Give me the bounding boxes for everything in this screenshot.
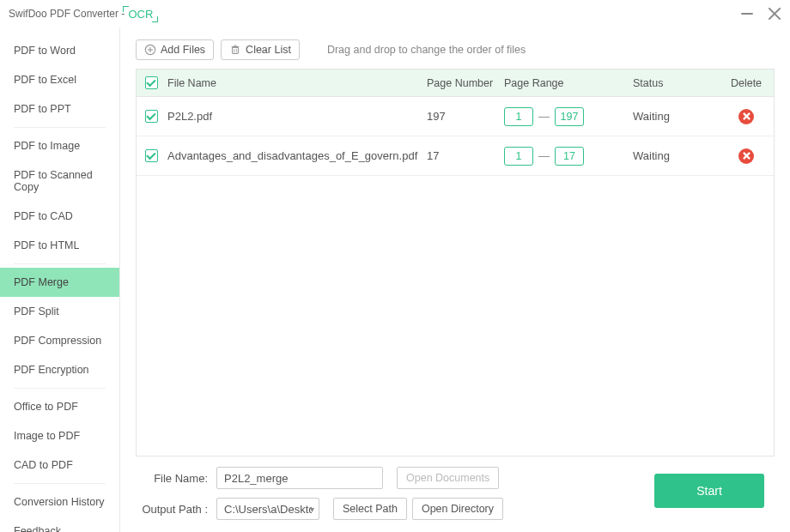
output-path-input[interactable] bbox=[216, 498, 319, 520]
drag-hint: Drag and drop to change the order of fil… bbox=[327, 44, 526, 56]
sidebar-separator bbox=[14, 127, 106, 128]
sidebar-item-image-to-pdf[interactable]: Image to PDF bbox=[0, 421, 119, 450]
select-all-checkbox[interactable] bbox=[145, 76, 158, 89]
main-panel: Add Files Clear List Drag and drop to ch… bbox=[120, 27, 790, 532]
range-to-input[interactable] bbox=[555, 147, 584, 166]
add-files-label: Add Files bbox=[161, 44, 205, 56]
window-controls bbox=[740, 7, 781, 21]
open-directory-button[interactable]: Open Directory bbox=[412, 498, 503, 520]
sidebar-item-pdf-to-ppt[interactable]: PDF to PPT bbox=[0, 94, 119, 124]
range-dash: — bbox=[538, 149, 550, 162]
header-page-number[interactable]: Page Number bbox=[427, 77, 504, 89]
status-cell: Waiting bbox=[633, 110, 719, 123]
file-name-input[interactable] bbox=[216, 467, 383, 489]
sidebar-item-pdf-split[interactable]: PDF Split bbox=[0, 297, 119, 326]
open-documents-button[interactable]: Open Documents bbox=[397, 467, 499, 489]
close-button[interactable] bbox=[768, 7, 781, 21]
range-from-input[interactable] bbox=[504, 107, 533, 126]
sidebar-item-conversion-history[interactable]: Conversion History bbox=[0, 487, 119, 517]
output-path-label: Output Path : bbox=[136, 503, 208, 516]
table-row[interactable]: Advantages_and_disadvantages_of_E_govern… bbox=[137, 136, 774, 176]
page-number-cell: 17 bbox=[427, 149, 504, 162]
sidebar-item-office-to-pdf[interactable]: Office to PDF bbox=[0, 392, 119, 421]
start-button[interactable]: Start bbox=[654, 474, 764, 508]
toolbar: Add Files Clear List Drag and drop to ch… bbox=[136, 39, 775, 60]
page-number-cell: 197 bbox=[427, 110, 504, 123]
svg-rect-6 bbox=[233, 47, 239, 53]
sidebar-item-pdf-encryption[interactable]: PDF Encryption bbox=[0, 355, 119, 384]
plus-circle-icon bbox=[144, 44, 156, 56]
header-file-name[interactable]: File Name bbox=[166, 77, 427, 89]
sidebar-item-cad-to-pdf[interactable]: CAD to PDF bbox=[0, 450, 119, 480]
sidebar-item-pdf-merge[interactable]: PDF Merge bbox=[0, 268, 119, 297]
trash-icon bbox=[229, 44, 241, 56]
file-name-label: File Name: bbox=[136, 472, 208, 485]
header-page-range: Page Range bbox=[504, 77, 633, 89]
row-checkbox[interactable] bbox=[145, 110, 158, 123]
table-row[interactable]: P2L2.pdf197—Waiting bbox=[137, 97, 774, 136]
status-cell: Waiting bbox=[633, 149, 719, 162]
sidebar-item-pdf-to-image[interactable]: PDF to Image bbox=[0, 131, 119, 160]
sidebar-separator bbox=[14, 263, 106, 264]
range-from-input[interactable] bbox=[504, 147, 533, 166]
header-delete: Delete bbox=[719, 77, 774, 89]
sidebar-item-pdf-to-html[interactable]: PDF to HTML bbox=[0, 231, 119, 260]
row-checkbox[interactable] bbox=[145, 149, 158, 162]
select-path-button[interactable]: Select Path bbox=[333, 498, 407, 520]
minimize-button[interactable] bbox=[740, 7, 754, 21]
sidebar-item-feedback[interactable]: Feedback bbox=[0, 517, 119, 532]
sidebar-item-pdf-to-scanned-copy[interactable]: PDF to Scanned Copy bbox=[0, 160, 119, 202]
header-status: Status bbox=[633, 77, 719, 89]
sidebar: PDF to WordPDF to ExcelPDF to PPTPDF to … bbox=[0, 27, 120, 532]
file-table: File Name Page Number Page Range Status … bbox=[136, 69, 775, 456]
table-header: File Name Page Number Page Range Status … bbox=[137, 70, 774, 97]
page-range-cell: — bbox=[504, 107, 633, 126]
sidebar-item-pdf-to-cad[interactable]: PDF to CAD bbox=[0, 202, 119, 231]
app-title: SwifDoo PDF Converter - bbox=[9, 8, 125, 20]
sidebar-item-pdf-compression[interactable]: PDF Compression bbox=[0, 326, 119, 355]
clear-list-button[interactable]: Clear List bbox=[221, 39, 300, 60]
ocr-badge[interactable]: OCR bbox=[126, 8, 155, 21]
add-files-button[interactable]: Add Files bbox=[136, 39, 214, 60]
file-name-cell: P2L2.pdf bbox=[166, 110, 427, 123]
sidebar-item-pdf-to-word[interactable]: PDF to Word bbox=[0, 36, 119, 65]
page-range-cell: — bbox=[504, 147, 633, 166]
file-name-cell: Advantages_and_disadvantages_of_E_govern… bbox=[166, 149, 427, 162]
clear-list-label: Clear List bbox=[246, 44, 291, 56]
sidebar-separator bbox=[14, 388, 106, 389]
titlebar: SwifDoo PDF Converter - OCR bbox=[0, 0, 790, 27]
delete-row-button[interactable] bbox=[738, 148, 754, 164]
range-dash: — bbox=[538, 110, 550, 123]
sidebar-item-pdf-to-excel[interactable]: PDF to Excel bbox=[0, 65, 119, 94]
range-to-input[interactable] bbox=[555, 107, 584, 126]
sidebar-separator bbox=[14, 483, 106, 484]
delete-row-button[interactable] bbox=[738, 109, 754, 124]
